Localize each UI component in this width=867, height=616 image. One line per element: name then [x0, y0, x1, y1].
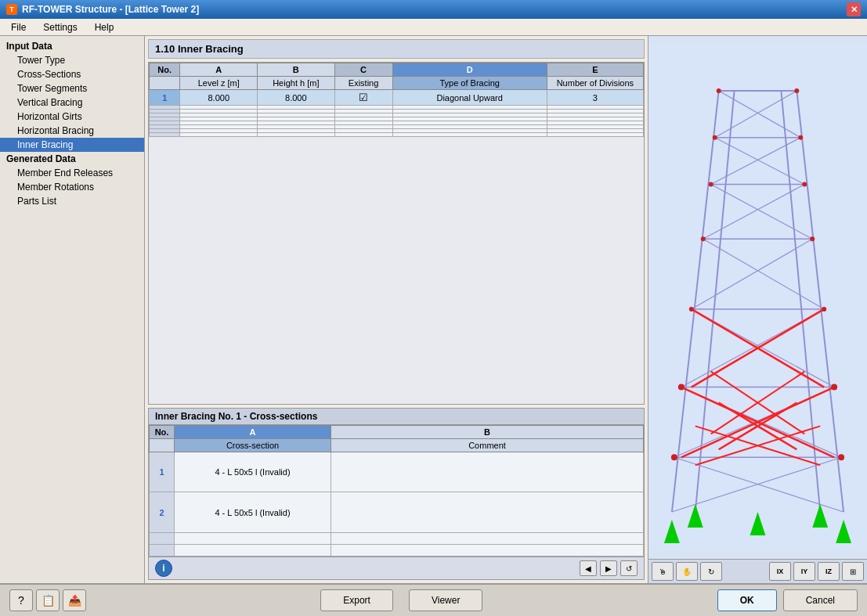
menu-settings[interactable]: Settings — [35, 20, 85, 34]
svg-point-41 — [810, 236, 815, 241]
svg-point-34 — [717, 88, 721, 93]
print-button[interactable]: 📤 — [63, 589, 86, 611]
lower-row-1-cross-section[interactable]: 4 - L 50x5 l (Invalid) — [175, 452, 331, 492]
svg-point-38 — [709, 182, 713, 187]
menubar: File Settings Help — [0, 19, 867, 36]
viewer-btn-rotate[interactable]: ↻ — [700, 562, 722, 581]
svg-point-42 — [689, 307, 694, 312]
svg-point-40 — [701, 236, 706, 241]
col-e-header: E — [547, 63, 643, 77]
reset-button[interactable]: ↺ — [620, 560, 638, 576]
svg-point-43 — [822, 307, 826, 312]
lower-col-a-header: A — [175, 426, 331, 439]
lower-table-row-1[interactable]: 1 4 - L 50x5 l (Invalid) — [150, 452, 644, 492]
lower-row-2-no: 2 — [150, 492, 175, 532]
svg-point-35 — [794, 88, 799, 93]
sidebar: Input Data Tower Type Cross-Sections Tow… — [0, 36, 145, 583]
viewer-btn-x[interactable]: IX — [769, 562, 791, 581]
sidebar-item-horizontal-bracing[interactable]: Horizontal Bracing — [0, 124, 144, 138]
sidebar-item-member-end-releases[interactable]: Member End Releases — [0, 166, 144, 180]
viewer-panel: 🖱 ✋ ↻ IX IY IZ ⊞ — [648, 36, 867, 583]
help-button[interactable]: ? — [9, 589, 33, 611]
col-a-header: A — [180, 63, 258, 77]
next-button[interactable]: ▶ — [600, 560, 617, 576]
menu-help[interactable]: Help — [87, 20, 122, 34]
lower-row-2-cross-section[interactable]: 4 - L 50x5 l (Invalid) — [175, 492, 331, 532]
table-row[interactable]: 1 8.000 8.000 ☑ Diagonal Upward 3 — [150, 90, 644, 106]
export-button[interactable]: Export — [320, 589, 393, 611]
sidebar-item-member-rotations[interactable]: Member Rotations — [0, 180, 144, 194]
col-d-header: D — [392, 63, 547, 77]
ok-button[interactable]: OK — [717, 589, 777, 611]
col-c-header: C — [334, 63, 392, 77]
lower-col-b-header: B — [331, 426, 644, 439]
tower-svg — [648, 36, 867, 559]
row-level[interactable]: 8.000 — [180, 90, 258, 106]
upper-table: No. A B C D E Level z [m] Height h [m] E… — [149, 63, 644, 137]
col-a-subheader: Level z [m] — [180, 77, 258, 90]
lower-col-no-subheader — [150, 439, 175, 452]
col-c-subheader: Existing — [334, 77, 392, 90]
svg-rect-0 — [648, 44, 867, 551]
sidebar-item-horizontal-girts[interactable]: Horizontal Girts — [0, 110, 144, 124]
col-d-subheader: Type of Bracing — [392, 77, 547, 90]
lower-col-a-subheader: Cross-section — [175, 439, 331, 452]
svg-point-39 — [802, 182, 807, 187]
svg-point-45 — [831, 384, 837, 391]
lower-row-2-comment[interactable] — [331, 492, 644, 532]
lower-row-1-comment[interactable] — [331, 452, 644, 492]
viewer-btn-pan[interactable]: ✋ — [676, 562, 698, 581]
lower-row-1-no: 1 — [150, 452, 175, 492]
row-type[interactable]: Diagonal Upward — [392, 90, 547, 106]
lower-table-row-2[interactable]: 2 4 - L 50x5 l (Invalid) — [150, 492, 644, 532]
lower-section: Inner Bracing No. 1 - Cross-sections No.… — [148, 408, 645, 580]
content-area: 1.10 Inner Bracing No. A B C D E Level z… — [145, 36, 648, 583]
lower-table-row-empty-1 — [150, 532, 644, 544]
close-button[interactable]: ✕ — [847, 2, 861, 16]
menu-file[interactable]: File — [3, 20, 34, 34]
svg-point-36 — [713, 135, 717, 140]
lower-table-row-empty-2 — [150, 544, 644, 556]
app-icon: T — [6, 4, 17, 15]
upper-table-area: No. A B C D E Level z [m] Height h [m] E… — [148, 62, 645, 405]
row-divisions[interactable]: 3 — [547, 90, 643, 106]
col-b-header: B — [258, 63, 335, 77]
section-header: 1.10 Inner Bracing — [148, 39, 645, 59]
col-b-subheader: Height h [m] — [258, 77, 335, 90]
lower-table-nav: i ◀ ▶ ↺ — [149, 557, 644, 579]
row-existing[interactable]: ☑ — [334, 90, 392, 106]
sidebar-section-generated: Generated Data — [0, 152, 144, 166]
bottom-bar: ? 📋 📤 Export Viewer OK Cancel — [0, 583, 867, 616]
viewer-canvas[interactable] — [648, 36, 867, 559]
col-e-subheader: Number of Divisions — [547, 77, 643, 90]
sidebar-item-cross-sections[interactable]: Cross-Sections — [0, 67, 144, 81]
viewer-btn-mouse[interactable]: 🖱 — [652, 562, 674, 581]
col-no-header: No. — [150, 63, 180, 77]
svg-point-37 — [798, 135, 803, 140]
info-button[interactable]: i — [155, 560, 172, 577]
sidebar-item-tower-segments[interactable]: Tower Segments — [0, 81, 144, 95]
copy-button[interactable]: 📋 — [36, 589, 60, 611]
row-height[interactable]: 8.000 — [258, 90, 335, 106]
viewer-button[interactable]: Viewer — [409, 589, 482, 611]
prev-button[interactable]: ◀ — [580, 560, 597, 576]
sidebar-item-parts-list[interactable]: Parts List — [0, 194, 144, 208]
viewer-btn-y[interactable]: IY — [793, 562, 815, 581]
viewer-btn-fit[interactable]: ⊞ — [842, 562, 864, 581]
cancel-button[interactable]: Cancel — [783, 589, 858, 611]
table-row-empty-8 — [150, 133, 644, 137]
lower-table: No. A B Cross-section Comment 1 4 - L 50… — [149, 425, 644, 557]
window-title: RF-TOWER Structure - [Lattice Tower 2] — [22, 4, 199, 15]
lower-col-b-subheader: Comment — [331, 439, 644, 452]
sidebar-section-input: Input Data — [0, 39, 144, 53]
viewer-btn-z[interactable]: IZ — [818, 562, 840, 581]
sidebar-item-vertical-bracing[interactable]: Vertical Bracing — [0, 95, 144, 110]
lower-col-no-header: No. — [150, 426, 175, 439]
sidebar-item-inner-bracing[interactable]: Inner Bracing — [0, 138, 144, 152]
col-no-subheader — [150, 77, 180, 90]
sidebar-item-tower-type[interactable]: Tower Type — [0, 53, 144, 67]
svg-point-46 — [671, 454, 677, 460]
titlebar: T RF-TOWER Structure - [Lattice Tower 2]… — [0, 0, 867, 19]
row-no: 1 — [150, 90, 180, 106]
svg-point-47 — [838, 454, 844, 460]
